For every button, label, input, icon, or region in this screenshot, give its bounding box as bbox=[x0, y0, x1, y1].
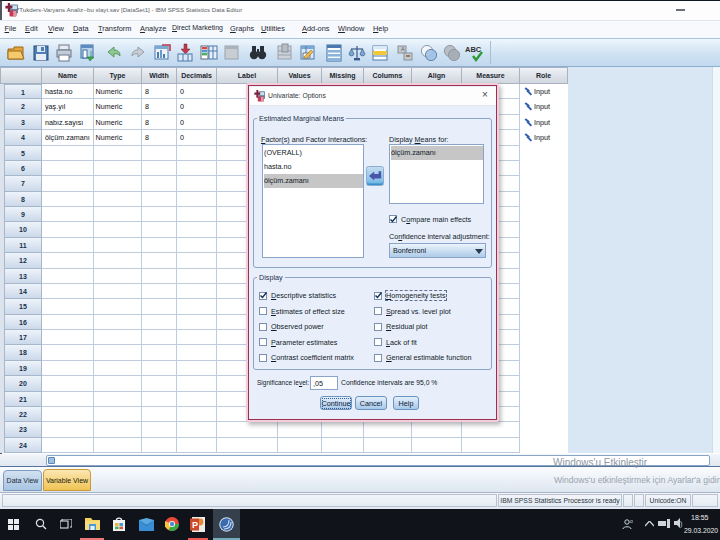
svg-text:ABC: ABC bbox=[465, 45, 482, 54]
svg-text:P: P bbox=[192, 520, 198, 530]
svg-text:): ) bbox=[680, 520, 682, 528]
svg-text:A: A bbox=[401, 46, 405, 52]
svg-text:o: o bbox=[630, 518, 633, 524]
